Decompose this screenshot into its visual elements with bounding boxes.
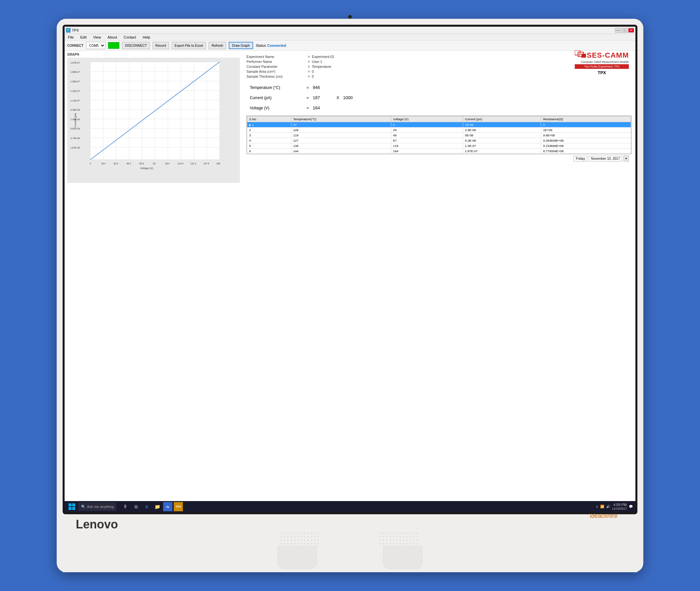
- svg-text:147.6: 147.6: [203, 162, 209, 165]
- temp-value: 946: [313, 85, 332, 90]
- monitor-brand: Lenovo: [69, 518, 631, 531]
- svg-text:65.6: 65.6: [139, 162, 144, 165]
- voltage-label: Voltage (V): [250, 106, 303, 110]
- table-row[interactable]: 4 127 87 9.3E-08 9.354839E+08: [247, 138, 631, 143]
- col-header-current: Current (pA): [463, 116, 541, 122]
- menu-file[interactable]: File: [67, 35, 75, 40]
- sample-area-label: Sample Area (cm²): [247, 69, 306, 73]
- menu-about[interactable]: About: [106, 35, 118, 40]
- sample-thickness-value: 0: [312, 74, 314, 78]
- svg-text:1.87E-08: 1.87E-08: [70, 147, 80, 149]
- toolbar: CONNECT COM5 COM1 COM2 COM3 COM4 DISCONN…: [65, 41, 635, 51]
- minimize-button[interactable]: —: [615, 28, 621, 32]
- svg-text:98.4: 98.4: [165, 162, 170, 165]
- restore-button[interactable]: □: [622, 28, 628, 32]
- ideacentre-label: ideacentre: [590, 513, 618, 520]
- clock-time: 4:59 PM: [612, 502, 627, 507]
- chart-svg: 1.87E-07 1.68E-07 1.50E-07 1.31E-07 1.12…: [70, 60, 224, 173]
- right-stand-leg: [383, 546, 423, 569]
- logo-badge: Two Probe Experiment, TPX: [575, 64, 629, 69]
- table-row[interactable]: 3 118 48 5E-08 9.6E+08: [247, 133, 631, 138]
- menu-contact[interactable]: Contact: [122, 35, 137, 40]
- refresh-button[interactable]: Refresh: [209, 42, 226, 49]
- svg-text:1.50E-07: 1.50E-07: [70, 80, 80, 83]
- cortana-icon[interactable]: 🎙: [121, 502, 130, 511]
- left-speaker: // Speakers filled in JS below: [281, 533, 320, 546]
- menu-view[interactable]: View: [92, 35, 103, 40]
- current-mult: 1000: [343, 95, 353, 100]
- table-row[interactable]: 6 144 164 1.87E-07 8.770054E+08: [247, 148, 631, 154]
- search-placeholder: Ask me anything: [87, 505, 114, 509]
- svg-text:16.4: 16.4: [101, 162, 106, 165]
- notification-icon[interactable]: 💬: [629, 505, 633, 508]
- left-panel: GRAPH Current (pA): [65, 51, 243, 512]
- app-icon: T: [66, 28, 70, 32]
- edge-icon[interactable]: e: [142, 502, 151, 511]
- current-value: 187: [313, 95, 332, 100]
- voltage-value: 164: [313, 106, 332, 110]
- svg-rect-46: [72, 503, 75, 506]
- connect-label: CONNECT: [67, 44, 83, 48]
- left-stand-leg: [277, 546, 317, 569]
- svg-text:9.35E-08: 9.35E-08: [70, 109, 80, 111]
- window-controls: — □ ✕: [615, 28, 634, 32]
- app-taskbar-icon[interactable]: TPX: [174, 502, 183, 511]
- search-area[interactable]: 🔍 Ask me anything: [78, 502, 116, 511]
- connection-indicator: [108, 42, 119, 49]
- date-field: November 10, 2017: [589, 156, 622, 161]
- current-label: Current (pA): [250, 95, 303, 100]
- store-icon[interactable]: 🛍: [163, 502, 172, 511]
- right-panel: SES-CAMM Computer Aided Measurement Modu…: [243, 51, 635, 512]
- menu-help[interactable]: Help: [141, 35, 151, 40]
- exp-name-value: Experiment-01: [312, 55, 334, 59]
- constant-row: Constant Parameter = Temperature: [247, 65, 631, 69]
- svg-rect-48: [72, 507, 75, 510]
- draw-graph-button[interactable]: Draw Graph: [229, 42, 253, 49]
- windows-logo-icon: [69, 503, 75, 510]
- voltage-row: Voltage (V) = 164: [250, 106, 628, 110]
- svg-text:164: 164: [216, 162, 220, 165]
- com-port-select[interactable]: COM5 COM1 COM2 COM3 COM4: [86, 42, 106, 49]
- monitor-stand: [63, 546, 637, 572]
- svg-rect-47: [69, 507, 71, 510]
- exp-name-row: Experiment Name = Experiment-01: [247, 55, 631, 59]
- clock-date: 11/10/2017: [612, 507, 627, 511]
- temp-label: Temperature (°C): [250, 85, 303, 90]
- screen: T TPX — □ ✕ File Edit View About Contact…: [65, 27, 635, 512]
- data-table-container: S.No. Temperature(°C) Voltage (V) Curren…: [247, 116, 631, 154]
- measurements-section: Temperature (°C) = 946 Current (pA) = 18…: [247, 85, 631, 110]
- table-row[interactable]: 2 109 29 2.9E-08 1E+09: [247, 128, 631, 133]
- menu-bar: File Edit View About Contact Help: [65, 34, 635, 41]
- menu-edit[interactable]: Edit: [79, 35, 88, 40]
- close-button[interactable]: ✕: [628, 28, 634, 32]
- export-button[interactable]: Export File to Excel: [172, 42, 206, 49]
- svg-text:0: 0: [90, 162, 91, 165]
- disconnect-button[interactable]: DISCONNECT: [122, 42, 150, 49]
- table-row[interactable]: 5 136 119 1.3E-07 9.153846E+08: [247, 143, 631, 148]
- status-value: Connected: [267, 44, 286, 48]
- exp-name-label: Experiment Name: [247, 55, 306, 59]
- record-button[interactable]: Record: [152, 42, 169, 49]
- status-label: Status: [256, 44, 266, 48]
- taskbar-icons: 🎙 ⧉ e 📁 🛍 TPX: [121, 502, 183, 511]
- performer-value: User-1: [312, 60, 322, 64]
- graph-label: GRAPH: [67, 53, 240, 56]
- svg-text:5.61E-08: 5.61E-08: [70, 128, 80, 130]
- sample-thickness-label: Sample Thickness (cm): [247, 74, 306, 78]
- col-header-temp: Temperature(°C): [291, 116, 391, 122]
- folder-icon[interactable]: 📁: [152, 502, 162, 511]
- screen-bezel: T TPX — □ ✕ File Edit View About Contact…: [63, 25, 637, 514]
- svg-text:131.2: 131.2: [190, 162, 196, 165]
- date-dropdown[interactable]: ▼: [624, 155, 629, 161]
- table-row[interactable]: ▶ 1 97 0 1E-09 0: [247, 122, 631, 128]
- experiment-info: Experiment Name = Experiment-01 Performe…: [247, 55, 631, 78]
- start-button[interactable]: [67, 502, 76, 511]
- svg-text:1.87E-07: 1.87E-07: [70, 62, 80, 64]
- monitor-bottom: Lenovo // Speakers filled in JS below id…: [63, 514, 637, 546]
- task-view-icon[interactable]: ⧉: [131, 502, 141, 511]
- constant-value: Temperature: [312, 65, 331, 69]
- search-icon: 🔍: [81, 505, 86, 509]
- system-tray-expand[interactable]: ∧: [596, 505, 598, 508]
- logo-tpx: TPX: [575, 70, 629, 75]
- svg-text:1.68E-07: 1.68E-07: [70, 71, 80, 73]
